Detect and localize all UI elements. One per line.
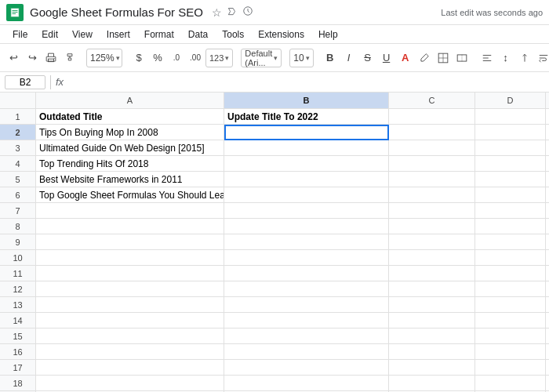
list-item[interactable] [475,313,546,328]
list-item[interactable] [475,250,546,266]
formula-input[interactable] [68,77,544,88]
more-formats-dropdown[interactable]: 123▾ [205,49,233,67]
list-item[interactable] [36,297,224,313]
menu-data[interactable]: Data [182,27,214,42]
list-item[interactable] [389,328,475,344]
list-item[interactable] [475,376,546,391]
list-item[interactable] [36,234,224,250]
underline-button[interactable]: U [378,48,395,68]
list-item[interactable] [475,156,546,172]
col-header-a[interactable]: A [36,93,224,108]
list-item[interactable] [36,250,224,266]
row-number[interactable]: 7 [0,203,36,219]
list-item[interactable] [224,376,389,391]
list-item[interactable] [224,250,389,266]
font-size-dropdown[interactable]: 10 ▾ [289,49,313,67]
text-rotate-button[interactable] [516,48,533,68]
redo-button[interactable]: ↪ [24,48,41,68]
list-item[interactable] [36,344,224,360]
list-item[interactable] [36,203,224,219]
list-item[interactable]: Best Website Frameworks in 2011 [36,172,224,187]
row-number[interactable]: 14 [0,313,36,328]
list-item[interactable] [224,187,389,203]
row-number[interactable]: 17 [0,360,36,376]
list-item[interactable] [36,328,224,344]
list-item[interactable] [224,172,389,187]
list-item[interactable] [389,313,475,328]
italic-button[interactable]: I [340,48,358,68]
list-item[interactable] [224,203,389,219]
list-item[interactable]: Ultimated Guide On Web Design [2015] [36,140,224,156]
list-item[interactable] [475,203,546,219]
list-item[interactable] [36,360,224,376]
list-item[interactable] [36,376,224,391]
list-item[interactable] [475,187,546,203]
list-item[interactable] [224,219,389,234]
list-item[interactable] [475,328,546,344]
merge-button[interactable] [453,48,471,68]
list-item[interactable] [546,234,549,250]
list-item[interactable] [546,125,549,140]
list-item[interactable] [546,187,549,203]
list-item[interactable] [389,376,475,391]
list-item[interactable] [389,281,475,297]
list-item[interactable] [224,125,389,140]
list-item[interactable] [546,109,549,125]
list-item[interactable] [389,140,475,156]
list-item[interactable] [389,109,475,125]
list-item[interactable] [389,156,475,172]
font-name-dropdown[interactable]: Default (Ari... ▾ [241,49,282,67]
list-item[interactable] [389,344,475,360]
row-number[interactable]: 1 [0,109,36,125]
row-number[interactable]: 9 [0,234,36,250]
doc-title[interactable]: Google Sheet Formulas For SEO [30,5,203,19]
bold-button[interactable]: B [322,48,339,68]
list-item[interactable] [475,125,546,140]
inc-decimals-button[interactable]: .00 [187,48,204,68]
list-item[interactable] [36,219,224,234]
list-item[interactable] [546,140,549,156]
list-item[interactable] [224,328,389,344]
row-number[interactable]: 11 [0,266,36,281]
list-item[interactable] [546,156,549,172]
list-item[interactable]: Tips On Buying Mop In 2008 [36,125,224,140]
col-header-e[interactable]: E [546,93,549,108]
list-item[interactable]: Top Google Sheet Formulas You Should Lea… [36,187,224,203]
list-item[interactable]: Update Title To 2022 [224,109,389,125]
cell-reference-input[interactable]: B2 [5,75,45,89]
menu-insert[interactable]: Insert [100,27,136,42]
list-item[interactable] [389,360,475,376]
wrap-button[interactable] [535,48,549,68]
strikethrough-button[interactable]: S [359,48,376,68]
list-item[interactable] [546,376,549,391]
list-item[interactable] [389,266,475,281]
list-item[interactable] [389,250,475,266]
print-button[interactable] [42,48,60,68]
undo-button[interactable]: ↩ [5,48,22,68]
row-number[interactable]: 6 [0,187,36,203]
list-item[interactable] [475,172,546,187]
list-item[interactable] [224,360,389,376]
list-item[interactable] [389,187,475,203]
list-item[interactable] [475,344,546,360]
list-item[interactable] [475,297,546,313]
list-item[interactable] [475,140,546,156]
row-number[interactable]: 2 [0,125,36,140]
list-item[interactable] [389,219,475,234]
row-number[interactable]: 13 [0,297,36,313]
valign-button[interactable]: ↕ [497,48,514,68]
col-header-c[interactable]: C [389,93,475,108]
list-item[interactable] [36,281,224,297]
list-item[interactable] [475,219,546,234]
list-item[interactable] [224,266,389,281]
list-item[interactable] [224,313,389,328]
col-header-b[interactable]: B [224,93,389,108]
list-item[interactable] [546,297,549,313]
list-item[interactable] [475,234,546,250]
fill-color-button[interactable] [416,48,433,68]
list-item[interactable] [475,266,546,281]
currency-button[interactable]: $ [130,48,147,68]
list-item[interactable] [389,172,475,187]
paint-format-button[interactable] [61,48,78,68]
row-number[interactable]: 8 [0,219,36,234]
